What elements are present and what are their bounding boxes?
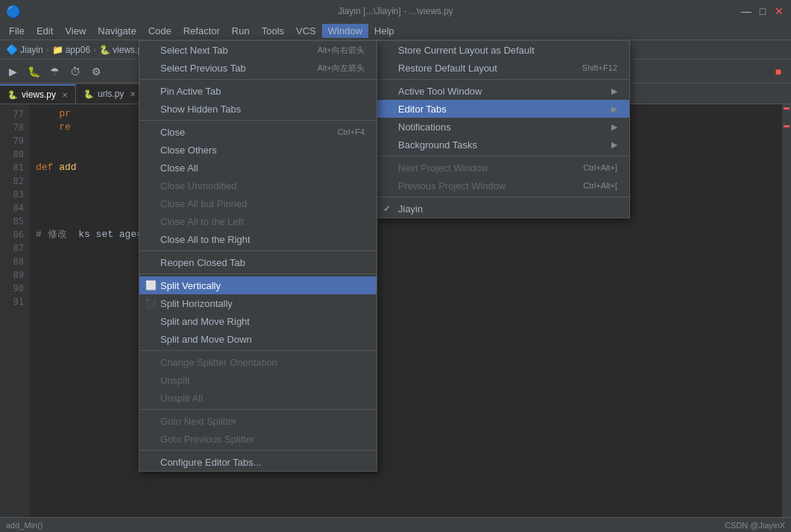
menu-bar: File Edit View Navigate Code Refactor Ru… [0, 22, 791, 40]
menu-edit[interactable]: Edit [31, 24, 59, 38]
split-v-icon: ⬜ [145, 280, 157, 291]
menu-jiayin[interactable]: ✓ Jiayin [377, 200, 629, 218]
status-right: CSDN @JiayinX [725, 521, 785, 530]
submenu-close-all-pinned: Close All but Pinned [139, 194, 376, 212]
title-bar-controls: — □ ✕ [740, 5, 785, 17]
submenu-close[interactable]: Close Ctrl+F4 [139, 123, 376, 141]
menu-code[interactable]: Code [142, 24, 177, 38]
submenu-unsplit: Unsplit [139, 371, 376, 389]
menu-navigate[interactable]: Navigate [92, 24, 142, 38]
submenu-sep3 [139, 250, 376, 251]
status-bar: add_Min() CSDN @JiayinX [0, 517, 791, 532]
menu-window[interactable]: Window [322, 24, 368, 38]
submenu-split-move-down[interactable]: Split and Move Down [139, 330, 376, 348]
submenu-show-hidden[interactable]: Show Hidden Tabs [139, 100, 376, 118]
file-icon: 🐍 [99, 45, 110, 55]
submenu-sep1 [139, 79, 376, 80]
stop-button[interactable]: ■ [769, 62, 788, 81]
title-bar: 🔵 Jiayin [...\Jiayin] - ...\views.py — □… [0, 0, 791, 22]
menu-file[interactable]: File [3, 24, 31, 38]
menu-prev-project: Previous Project Window Ctrl+Alt+[ [377, 177, 629, 194]
menu-sep1 [377, 79, 629, 80]
toolbar-right: ■ [769, 62, 788, 81]
submenu-close-right[interactable]: Close All to the Right [139, 230, 376, 248]
profile-button[interactable]: ⏱ [66, 62, 85, 81]
menu-refactor[interactable]: Refactor [177, 24, 226, 38]
menu-active-tool[interactable]: Active Tool Window ▶ [377, 82, 629, 100]
check-icon: ✓ [383, 203, 391, 214]
submenu-select-prev-tab[interactable]: Select Previous Tab Alt+向左箭头 [139, 59, 376, 77]
run-button[interactable]: ▶ [3, 62, 22, 81]
submenu-goto-next-splitter: Goto Next Splitter [139, 412, 376, 430]
submenu-split-move-right[interactable]: Split and Move Right [139, 312, 376, 330]
submenu-split-horizontally[interactable]: ⬛ Split Horizontally [139, 294, 376, 312]
submenu-sep7 [139, 450, 376, 451]
menu-view[interactable]: View [59, 24, 92, 38]
folder-icon: 📁 [52, 45, 63, 55]
menu-sep3 [377, 197, 629, 197]
project-icon: 🔷 [6, 44, 18, 55]
maximize-button[interactable]: □ [757, 5, 769, 17]
window-menu[interactable]: Store Current Layout as Default Restore … [376, 40, 630, 218]
close-button[interactable]: ✕ [773, 5, 785, 17]
settings-button[interactable]: ⚙ [86, 62, 106, 81]
submenu-close-others[interactable]: Close Others [139, 141, 376, 159]
split-h-icon: ⬛ [145, 298, 157, 308]
submenu-close-all[interactable]: Close All [139, 159, 376, 177]
submenu-sep6 [139, 409, 376, 410]
submenu-split-vertically[interactable]: ⬜ Split Vertically [139, 276, 376, 294]
coverage-button[interactable]: ☂ [45, 62, 64, 81]
tab-close-urls[interactable]: ✕ [130, 90, 136, 98]
submenu-change-orientation: Change Splitter Orientation [139, 353, 376, 371]
menu-next-project: Next Project Window Ctrl+Alt+] [377, 159, 629, 177]
tab-views-py[interactable]: 🐍 views.py ✕ [0, 84, 76, 104]
breadcrumb-project[interactable]: 🔷 Jiayin [6, 44, 43, 55]
breadcrumb-app06[interactable]: 📁 app06 [52, 45, 90, 55]
submenu-pin-tab[interactable]: Pin Active Tab [139, 82, 376, 100]
tab-icon-urls: 🐍 [83, 89, 94, 99]
breadcrumb-sep1: › [46, 45, 49, 55]
minimize-button[interactable]: — [740, 5, 752, 17]
status-left: add_Min() [6, 521, 43, 530]
menu-restore-layout[interactable]: Restore Default Layout Shift+F12 [377, 59, 629, 77]
error-indicator [784, 107, 790, 110]
submenu-reopen[interactable]: Reopen Closed Tab [139, 253, 376, 271]
menu-tools[interactable]: Tools [256, 24, 290, 38]
tab-icon-views: 🐍 [7, 90, 18, 100]
submenu-goto-prev-splitter: Goto Previous Splitter [139, 430, 376, 448]
submenu-configure-tabs[interactable]: Configure Editor Tabs... [139, 453, 376, 471]
submenu-unsplit-all: Unsplit All [139, 389, 376, 407]
submenu-sep5 [139, 350, 376, 351]
menu-sep2 [377, 156, 629, 156]
menu-background-tasks[interactable]: Background Tasks ▶ [377, 136, 629, 153]
menu-editor-tabs[interactable]: Editor Tabs ▶ [377, 100, 629, 118]
menu-notifications[interactable]: Notifications ▶ [377, 118, 629, 136]
title-bar-title: Jiayin [...\Jiayin] - ...\views.py [338, 6, 453, 16]
debug-button[interactable]: 🐛 [24, 62, 43, 81]
menu-store-layout[interactable]: Store Current Layout as Default [377, 41, 629, 59]
error-indicator2 [784, 125, 790, 127]
submenu-sep2 [139, 120, 376, 121]
breadcrumb-sep2: › [93, 45, 96, 55]
tab-close-views[interactable]: ✕ [62, 91, 68, 99]
right-gutter [782, 104, 791, 517]
menu-run[interactable]: Run [226, 24, 256, 38]
line-numbers: 77 78 79 80 81 82 83 84 85 86 87 88 89 9… [0, 104, 30, 517]
submenu-sep4 [139, 273, 376, 274]
menu-help[interactable]: Help [368, 24, 400, 38]
menu-vcs[interactable]: VCS [290, 24, 322, 38]
editor-tabs-submenu[interactable]: Select Next Tab Alt+向右箭头 Select Previous… [139, 40, 377, 472]
submenu-select-next-tab[interactable]: Select Next Tab Alt+向右箭头 [139, 41, 376, 59]
submenu-close-left: Close All to the Left [139, 212, 376, 230]
app-logo: 🔵 [6, 4, 21, 19]
tab-urls-py[interactable]: 🐍 urls.py ✕ [76, 84, 144, 104]
submenu-close-unmodified: Close Unmodified [139, 177, 376, 194]
